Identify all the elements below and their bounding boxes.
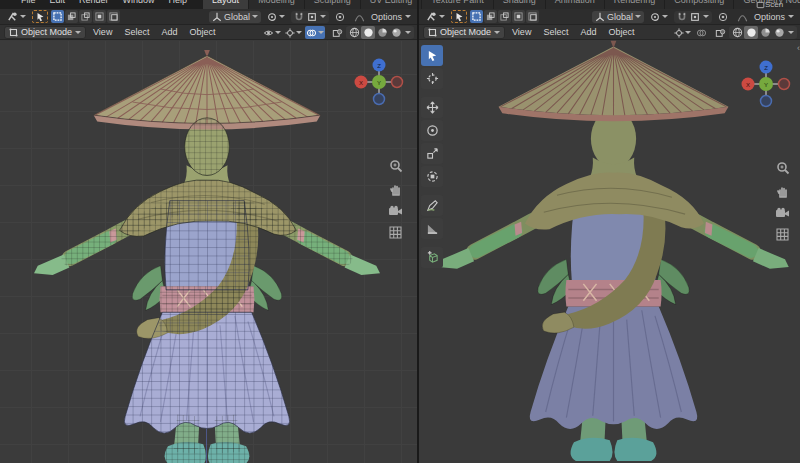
character-model-wireframe[interactable] xyxy=(21,46,393,463)
tool-scale[interactable] xyxy=(421,143,443,164)
chevron-down-icon xyxy=(439,15,445,18)
show-gizmo-dropdown[interactable] xyxy=(673,26,692,39)
tool-annotate[interactable] xyxy=(421,195,443,216)
ortho-grid-icon[interactable] xyxy=(389,226,402,239)
menu-render[interactable]: Render xyxy=(72,0,116,9)
select-mode-intersect[interactable] xyxy=(107,10,120,23)
shading-material-button[interactable] xyxy=(758,26,772,39)
pan-hand-icon[interactable] xyxy=(776,184,790,198)
shading-rendered-button[interactable] xyxy=(772,26,786,39)
menu-add[interactable]: Add xyxy=(156,25,182,40)
shading-rendered-button[interactable] xyxy=(389,26,403,39)
select-mode-group xyxy=(51,10,120,23)
menu-object[interactable]: Object xyxy=(603,25,639,40)
viewport-canvas-right[interactable]: ‹ X Z Y xyxy=(419,41,800,463)
select-mode-extend[interactable] xyxy=(65,10,78,23)
show-gizmo-dropdown[interactable] xyxy=(284,26,303,39)
select-mode-subtract[interactable] xyxy=(498,10,511,23)
options-dropdown[interactable]: Options xyxy=(754,12,796,22)
menu-view[interactable]: View xyxy=(507,25,536,40)
toggle-xray-button[interactable] xyxy=(330,26,344,39)
zoom-icon[interactable] xyxy=(776,161,790,175)
viewport-nav-buttons xyxy=(775,161,790,241)
tab-uv-editing[interactable]: UV Editing xyxy=(361,0,422,9)
pivot-point-dropdown[interactable] xyxy=(647,11,671,23)
proportional-icon xyxy=(718,12,728,22)
navigation-gizmo[interactable]: X Z Y xyxy=(353,53,405,117)
shading-wireframe-button[interactable] xyxy=(347,26,361,39)
tool-select-box[interactable] xyxy=(421,45,443,66)
mode-dropdown[interactable]: Object Mode xyxy=(4,26,86,39)
navigation-gizmo[interactable]: X Z Y xyxy=(740,55,792,119)
transform-orientation-dropdown[interactable]: Global xyxy=(592,11,644,23)
orientation-icon xyxy=(595,12,605,22)
select-mode-set[interactable] xyxy=(470,10,483,23)
proportional-falloff-dropdown[interactable] xyxy=(351,11,368,23)
menu-window[interactable]: Window xyxy=(116,0,162,9)
shading-mode-group xyxy=(729,26,797,39)
chevron-down-icon xyxy=(703,15,709,18)
menu-select[interactable]: Select xyxy=(119,25,154,40)
view-object-types-dropdown[interactable] xyxy=(262,26,282,39)
chevron-down-icon xyxy=(318,31,324,34)
tool-move[interactable] xyxy=(421,97,443,118)
active-tool-dropdown[interactable] xyxy=(423,11,448,23)
tab-animation[interactable]: Animation xyxy=(546,0,604,9)
show-overlays-toggle[interactable] xyxy=(694,26,708,39)
select-mode-subtract[interactable] xyxy=(79,10,92,23)
pan-hand-icon[interactable] xyxy=(389,182,403,196)
pane-divider[interactable] xyxy=(417,0,419,463)
shading-wireframe-button[interactable] xyxy=(730,26,744,39)
shading-solid-button[interactable] xyxy=(361,26,375,39)
active-tool-dropdown[interactable] xyxy=(4,11,29,23)
select-mode-extend[interactable] xyxy=(484,10,497,23)
proportional-editing-toggle[interactable] xyxy=(715,11,731,23)
select-mode-set[interactable] xyxy=(51,10,64,23)
select-box-tool-button[interactable] xyxy=(451,10,467,23)
select-mode-invert[interactable] xyxy=(512,10,525,23)
menu-view[interactable]: View xyxy=(88,25,117,40)
material-sphere-icon xyxy=(377,27,388,38)
tab-layout[interactable]: Layout xyxy=(203,0,248,9)
menu-add[interactable]: Add xyxy=(575,25,601,40)
show-overlays-toggle[interactable] xyxy=(305,26,325,39)
cursor-arrow-icon xyxy=(455,12,464,22)
tab-texture-paint[interactable]: Texture Paint xyxy=(422,0,493,9)
tool-transform[interactable] xyxy=(421,166,443,187)
ortho-grid-icon[interactable] xyxy=(776,228,789,241)
select-mode-invert[interactable] xyxy=(93,10,106,23)
tool-measure[interactable] xyxy=(421,218,443,239)
toggle-xray-button[interactable] xyxy=(713,26,727,39)
menu-help[interactable]: Help xyxy=(162,0,195,9)
tool-add-cube[interactable] xyxy=(421,247,443,268)
snap-target-icon[interactable] xyxy=(307,12,317,22)
tool-rotate[interactable] xyxy=(421,120,443,141)
tab-shading[interactable]: Shading xyxy=(494,0,545,9)
menu-file[interactable]: File xyxy=(14,0,43,9)
proportional-falloff-dropdown[interactable] xyxy=(734,11,751,23)
shading-material-button[interactable] xyxy=(375,26,389,39)
zoom-icon[interactable] xyxy=(389,159,403,173)
pivot-point-dropdown[interactable] xyxy=(264,11,288,23)
camera-view-icon[interactable] xyxy=(388,205,403,217)
snap-target-icon[interactable] xyxy=(690,12,700,22)
tab-rendering[interactable]: Rendering xyxy=(605,0,665,9)
shading-solid-button[interactable] xyxy=(744,26,758,39)
camera-view-icon[interactable] xyxy=(775,207,790,219)
tab-modeling[interactable]: Modeling xyxy=(249,0,304,9)
tool-cursor[interactable] xyxy=(421,68,443,89)
scene-selector[interactable]: Scen xyxy=(756,0,800,9)
tab-compositing[interactable]: Compositing xyxy=(665,0,733,9)
select-mode-intersect[interactable] xyxy=(526,10,539,23)
mode-dropdown[interactable]: Object Mode xyxy=(423,26,505,39)
proportional-editing-toggle[interactable] xyxy=(332,11,348,23)
transform-orientation-dropdown[interactable]: Global xyxy=(209,11,261,23)
select-box-tool-button[interactable] xyxy=(32,10,48,23)
orientation-label: Global xyxy=(224,12,250,22)
viewport-canvas-left[interactable]: X Z Y xyxy=(0,41,417,463)
tab-sculpting[interactable]: Sculpting xyxy=(305,0,360,9)
options-dropdown[interactable]: Options xyxy=(371,12,413,22)
menu-object[interactable]: Object xyxy=(184,25,220,40)
menu-select[interactable]: Select xyxy=(538,25,573,40)
menu-edit[interactable]: Edit xyxy=(43,0,73,9)
